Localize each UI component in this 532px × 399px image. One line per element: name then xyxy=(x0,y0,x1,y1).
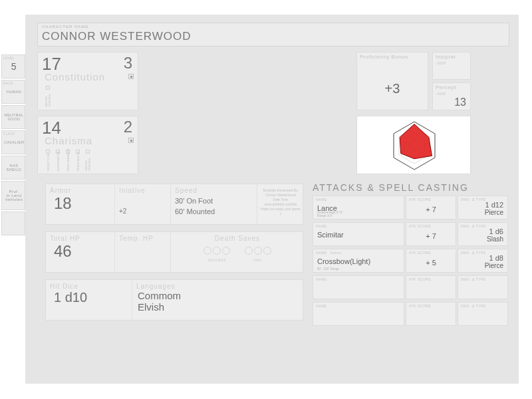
attack-row[interactable]: NAMEATK SCOREDMG. & TYPE xyxy=(313,275,509,299)
character-name-field[interactable]: CHARACTER NAME CONNOR WESTERWOOD xyxy=(37,23,509,47)
tab-level[interactable]: LEVEL5 xyxy=(1,55,25,78)
ability-radar-chart xyxy=(356,116,471,174)
attacks-title: ATTACKS & SPELL CASTING xyxy=(313,182,469,193)
attack-row[interactable]: NAMEScimitarATK SCORE+ 7DMG. & TYPE1 d6S… xyxy=(313,222,509,246)
attack-row[interactable]: NAMEATK SCOREDMG. & TYPE xyxy=(313,302,509,326)
perception-box[interactable]: Percept -ion 13 xyxy=(432,82,471,110)
character-name-value: CONNOR WESTERWOOD xyxy=(42,30,191,43)
hp-row: Total HP46 Temp. HP Death Saves SUCCESS … xyxy=(45,231,303,273)
tab-class[interactable]: CLASSCAVALIER xyxy=(1,130,25,154)
inspiration-box[interactable]: Insiprat -ion xyxy=(432,52,471,80)
tab-shield[interactable]: HAS SHEILD xyxy=(1,156,25,180)
attack-row[interactable]: NAMELanceDisadvantage if <5' Range of 5'… xyxy=(313,196,509,219)
combat-stats-row: Armor18 Iniative+2 Speed30' On Foot60' M… xyxy=(45,184,303,225)
prof-checkbox[interactable] xyxy=(128,138,134,143)
tab-empty[interactable] xyxy=(1,211,25,235)
ability-constitution[interactable]: 173 Constitution SAVING THROWS xyxy=(37,52,138,110)
tab-alignment[interactable]: NEUTRAL GOOD xyxy=(1,105,25,129)
hitdice-lang-row: Hit Dice1 d10 LanguagesCommomElvish xyxy=(45,279,303,321)
prof-checkbox[interactable] xyxy=(128,74,134,79)
ability-charisma[interactable]: 142 Charisma DECEPTIONINTIMIDATIONPERFOR… xyxy=(37,116,138,174)
attack-row[interactable]: NAME Ammo:Crossbow(Light)80' - 320' Rang… xyxy=(313,249,509,273)
character-name-label: CHARACTER NAME xyxy=(42,25,88,29)
character-sheet: CHARACTER NAME CONNOR WESTERWOOD LEVEL5 … xyxy=(25,15,519,384)
side-tabs: LEVEL5 RACEHUMAN NEUTRAL GOOD CLASSCAVAL… xyxy=(1,55,25,237)
tab-proficiency[interactable]: Prof. in Land Vehicles xyxy=(1,181,25,210)
proficiency-bonus-box[interactable]: Proficiency Bonus +3 xyxy=(356,52,428,110)
tab-race[interactable]: RACEHUMAN xyxy=(1,80,25,104)
